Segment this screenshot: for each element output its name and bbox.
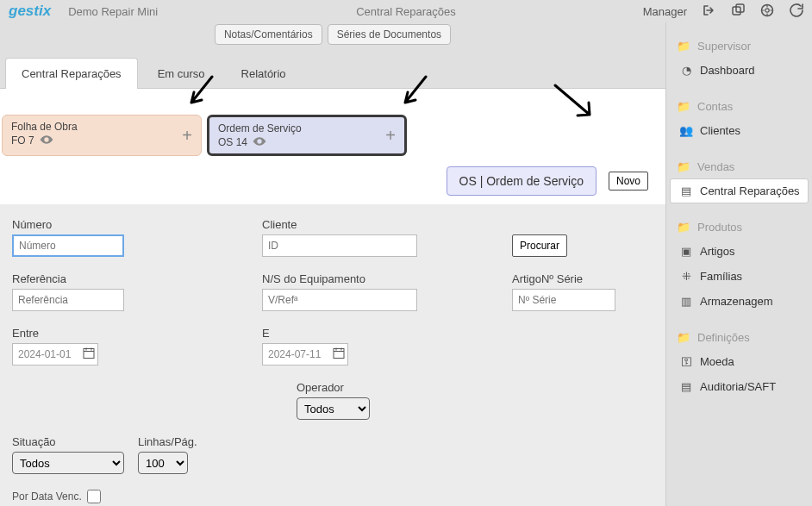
sidebar: 📁 Supervisor ◔ Dashboard 📁 Contas 👥 Clie…: [665, 22, 812, 506]
sidebar-item-clientes[interactable]: 👥 Clientes: [670, 118, 809, 143]
topbar: gestix Demo Repair Mini Central Reparaçõ…: [0, 0, 812, 22]
warehouse-icon: ▥: [679, 295, 693, 308]
sidebar-item-armazenagem[interactable]: ▥ Armazenagem: [670, 289, 809, 314]
linhaspag-select[interactable]: 100: [138, 452, 188, 474]
label-nsequip: N/S do Equipamento: [262, 272, 417, 285]
sidebar-section-produtos: 📁 Produtos: [670, 216, 809, 239]
search-form: Número Cliente Procurar Referência N/S d: [0, 204, 665, 506]
user-label[interactable]: Manager: [643, 5, 687, 18]
card-title: Ordem de Serviço: [218, 122, 396, 134]
novo-button[interactable]: Novo: [609, 172, 648, 191]
series-button[interactable]: Séries de Documentos: [328, 24, 451, 45]
notas-button[interactable]: Notas/Comentários: [215, 24, 322, 45]
doc-cards-row: Folha de Obra FO 7 + Ordem de Serviço OS…: [0, 89, 665, 161]
audit-icon: ▤: [679, 380, 693, 393]
label-artigo: ArtigoNº Série: [512, 272, 615, 285]
svg-rect-4: [84, 349, 94, 359]
folder-icon: 📁: [677, 221, 690, 234]
label-pordata: Por Data Venc.: [12, 490, 82, 503]
grid-icon: ⁜: [679, 270, 693, 283]
situacao-select[interactable]: Todos: [12, 452, 124, 474]
label-numero: Número: [12, 218, 124, 231]
gauge-icon: ◔: [679, 64, 693, 77]
operador-select[interactable]: Todos: [297, 397, 370, 420]
nsequip-input[interactable]: [262, 289, 417, 311]
topbar-title: Central Reparações: [356, 5, 456, 18]
card-title: Folha de Obra: [11, 121, 192, 133]
sidebar-item-central-reparacoes[interactable]: ▤ Central Reparações: [670, 178, 809, 203]
cliente-input[interactable]: [262, 234, 417, 257]
sidebar-section-contas: 📁 Contas: [670, 95, 809, 118]
plus-icon[interactable]: +: [385, 126, 396, 146]
referencia-input[interactable]: [12, 289, 124, 311]
plus-icon[interactable]: +: [182, 126, 192, 146]
help-icon[interactable]: [760, 3, 774, 20]
pordata-checkbox[interactable]: [87, 490, 101, 503]
sidebar-section-vendas: 📁 Vendas: [670, 155, 809, 178]
users-icon: 👥: [679, 124, 693, 137]
card-ordem-de-servico[interactable]: Ordem de Serviço OS 14 +: [207, 115, 407, 156]
pordata-row: Por Data Venc.: [12, 490, 653, 503]
sidebar-item-artigos[interactable]: ▣ Artigos: [670, 239, 809, 264]
artigo-input[interactable]: [512, 289, 615, 311]
action-row: OS | Ordem de Serviço Novo: [0, 161, 665, 204]
label-referencia: Referência: [12, 272, 124, 285]
sidebar-item-dashboard[interactable]: ◔ Dashboard: [670, 58, 809, 83]
sidebar-item-moeda[interactable]: ⚿ Moeda: [670, 349, 809, 374]
label-e: E: [262, 327, 348, 340]
label-entre: Entre: [12, 327, 98, 340]
arrow-icon: [550, 82, 602, 129]
refresh-icon[interactable]: [790, 3, 803, 20]
sidebar-section-definicoes: 📁 Definições: [670, 326, 809, 349]
company-name: Demo Repair Mini: [68, 5, 158, 18]
box-icon: ▣: [679, 245, 693, 258]
eye-icon: [40, 134, 53, 147]
numero-input[interactable]: [12, 234, 124, 257]
tab-em-curso[interactable]: Em curso: [141, 58, 222, 89]
svg-rect-5: [334, 349, 344, 359]
label-linhaspag: Linhas/Pág.: [138, 435, 197, 448]
toolbar-pill-row: Notas/Comentários Séries de Documentos: [0, 22, 665, 48]
os-title-button[interactable]: OS | Ordem de Serviço: [447, 166, 597, 196]
label-operador: Operador: [297, 381, 370, 394]
logo[interactable]: gestix: [9, 3, 51, 20]
folder-icon: 📁: [677, 100, 690, 113]
sidebar-item-familias[interactable]: ⁜ Famílias: [670, 264, 809, 289]
label-cliente: Cliente: [262, 218, 417, 231]
folder-icon: 📁: [677, 160, 690, 173]
document-icon: ▤: [679, 184, 693, 197]
folder-icon: 📁: [677, 40, 690, 53]
tab-central-reparacoes[interactable]: Central Reparações: [5, 58, 138, 89]
card-folha-de-obra[interactable]: Folha de Obra FO 7 +: [2, 115, 202, 156]
card-code: OS 14: [218, 136, 247, 148]
tabs-row: Central Reparações Em curso Relatório: [0, 48, 665, 89]
eye-icon: [253, 136, 266, 148]
tab-relatorio[interactable]: Relatório: [225, 58, 303, 89]
calendar-icon[interactable]: [333, 347, 345, 362]
folder-icon: 📁: [677, 331, 690, 344]
svg-point-3: [765, 8, 769, 11]
sidebar-section-supervisor: 📁 Supervisor: [670, 34, 809, 58]
key-icon: ⚿: [679, 355, 693, 368]
copy-icon[interactable]: [732, 3, 745, 19]
logout-icon[interactable]: [703, 4, 716, 19]
calendar-icon[interactable]: [83, 347, 95, 362]
label-situacao: Situação: [12, 435, 124, 448]
sidebar-item-auditoria[interactable]: ▤ Auditoria/SAFT: [670, 374, 809, 399]
procurar-button[interactable]: Procurar: [512, 234, 567, 257]
card-code: FO 7: [11, 134, 34, 147]
